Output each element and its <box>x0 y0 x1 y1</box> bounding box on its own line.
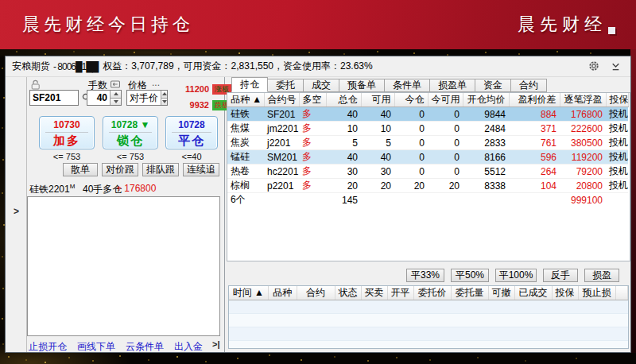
price-down-button[interactable] <box>161 98 167 106</box>
tab-8[interactable]: 合约 <box>510 79 547 92</box>
column-header[interactable]: 委托价 <box>413 286 451 300</box>
expand-panel-arrow[interactable]: > <box>14 206 19 217</box>
position-row[interactable]: 焦炭j2201多55002833761380500投机 <box>227 136 628 150</box>
cell: 10 <box>361 122 394 136</box>
action-button-4[interactable]: 反手 <box>543 269 578 282</box>
cell <box>488 300 514 314</box>
cell: 0 <box>394 150 428 165</box>
counter-price-follow-button[interactable]: 对价跟 <box>102 163 138 176</box>
lots-down-button[interactable] <box>111 98 121 106</box>
cell <box>361 341 387 350</box>
cell <box>413 327 451 341</box>
cell: 30 <box>361 165 394 179</box>
buy-add-button[interactable]: 10730 加多 <box>39 116 95 149</box>
action-button-2[interactable]: 平50% <box>451 269 489 282</box>
cell: 0 <box>394 165 428 179</box>
broker-name: 安粮期货 <box>12 60 50 73</box>
position-row[interactable]: 锰硅SM201多4040008166596119200投机 <box>227 150 628 165</box>
column-header[interactable]: 委托量 <box>451 286 488 300</box>
draw-line-order-link[interactable]: 画线下单 <box>77 340 115 354</box>
tab-2[interactable]: 委托 <box>267 79 304 92</box>
contract-input[interactable]: SF201 <box>29 90 79 106</box>
position-row[interactable]: 硅铁SF201多4040009844884176800投机 <box>227 107 628 122</box>
price-more-button[interactable]: ... <box>152 77 160 88</box>
cell: 5 <box>326 136 361 150</box>
cell: 30 <box>326 165 361 179</box>
cell: 222600 <box>560 122 606 136</box>
cell: 焦煤 <box>227 122 264 136</box>
column-header[interactable]: 总仓 <box>326 93 361 107</box>
buy-add-price: 10730 <box>45 117 88 133</box>
position-row[interactable]: 热卷hc2201多303000551226479200投机 <box>227 165 628 179</box>
column-header[interactable]: 开平 <box>387 286 413 300</box>
positions-table: 品种 ▲合约号多空总仓可用今仓今可用开仓均价盈利价差逐笔浮盈投保硅铁SF201多… <box>227 93 629 207</box>
tab-5[interactable]: 条件单 <box>384 79 430 92</box>
lots-input[interactable]: 40 <box>87 91 110 105</box>
column-header[interactable]: 开仓均价 <box>463 93 509 107</box>
stop-loss-open-link[interactable]: 止损开仓 <box>29 340 67 354</box>
column-header[interactable]: 合约号 <box>264 93 299 107</box>
lots-spinner <box>110 91 121 105</box>
tab-1[interactable]: 持仓 <box>231 77 268 92</box>
tab-7[interactable]: 资金 <box>475 79 511 92</box>
tab-3[interactable]: 成交 <box>303 79 339 92</box>
column-header[interactable]: 逐笔浮盈 <box>560 93 606 107</box>
chase-order-button[interactable]: 连续追 <box>183 163 219 176</box>
positions-header: 品种 ▲合约号多空总仓可用今仓今可用开仓均价盈利价差逐笔浮盈投保 <box>227 93 628 107</box>
action-button-1[interactable]: 平33% <box>406 269 444 282</box>
scatter-order-button[interactable]: 散单 <box>63 163 98 176</box>
price-input[interactable]: 对手价 <box>127 91 161 105</box>
logo-square-icon <box>608 27 615 34</box>
expand-right-arrow[interactable]: >| <box>212 339 220 349</box>
summary-cell <box>394 193 428 207</box>
column-header[interactable]: 时间 ▲ <box>229 286 268 300</box>
order-entry-panel: > SF201 手数 40 <box>6 77 225 352</box>
cell <box>488 341 514 350</box>
summary-cell <box>264 193 299 207</box>
queue-follow-button[interactable]: 排队跟 <box>142 163 179 176</box>
tab-6[interactable]: 损盈单 <box>429 79 475 92</box>
cell: 投机 <box>606 150 628 165</box>
position-row[interactable]: 焦煤jm2201多1010002484371222600投机 <box>227 122 628 136</box>
column-header[interactable]: 可用 <box>361 93 394 107</box>
cell <box>361 300 387 314</box>
tab-4[interactable]: 预备单 <box>339 79 385 92</box>
column-header[interactable]: 今仓 <box>394 93 428 107</box>
bottom-links: 止损开仓画线下单云条件单出入金 <box>29 340 203 354</box>
action-button-5[interactable]: 损盈 <box>584 269 619 282</box>
column-header[interactable]: 投保 <box>606 93 628 107</box>
cell: 棕榈 <box>227 179 264 193</box>
position-row[interactable]: 棕榈p2201多20202020833810420800投机 <box>227 179 628 193</box>
position-detail-list[interactable] <box>27 196 220 336</box>
column-header[interactable]: 预止损 <box>578 286 615 300</box>
column-header[interactable]: 状态 <box>335 286 361 300</box>
column-header[interactable]: 投保 <box>552 286 578 300</box>
orders-body <box>229 300 628 350</box>
column-header[interactable]: 已成交 <box>514 286 552 300</box>
desktop-background: 晨先财经今日持仓 晨先财经 安粮期货 - 8006█1██ 权益：3,707,7… <box>0 0 636 364</box>
positions-header-row: 品种 ▲合约号多空总仓可用今仓今可用开仓均价盈利价差逐笔浮盈投保 <box>227 93 628 107</box>
price-up-button[interactable] <box>161 91 167 98</box>
column-header[interactable]: 盈利价差 <box>509 93 560 107</box>
column-header[interactable]: 可撤 <box>488 286 514 300</box>
collapse-window-icon[interactable] <box>611 61 621 72</box>
limit-up-price: 11200 <box>168 84 209 94</box>
column-header[interactable]: 品种 <box>268 286 297 300</box>
column-header[interactable]: 合约 <box>297 286 335 300</box>
cash-in-out-link[interactable]: 出入金 <box>174 340 203 354</box>
settings-gear-icon[interactable] <box>588 60 599 72</box>
cell <box>229 341 268 350</box>
column-header[interactable]: 品种 ▲ <box>227 93 264 107</box>
cell: 0 <box>394 122 428 136</box>
column-header[interactable]: 买卖 <box>361 286 387 300</box>
column-header[interactable]: 今可用 <box>428 93 463 107</box>
cell: 投机 <box>606 165 628 179</box>
cloud-condition-link[interactable]: 云条件单 <box>126 340 164 354</box>
column-header[interactable]: 多空 <box>299 93 326 107</box>
close-position-button[interactable]: 10728 平仓 <box>165 116 218 149</box>
lots-up-button[interactable] <box>111 91 121 98</box>
cell: 371 <box>509 122 560 136</box>
action-button-3[interactable]: 平100% <box>495 269 537 282</box>
summary-cell: 999100 <box>560 193 606 207</box>
lock-position-button[interactable]: 10728 ▼ 锁仓 <box>103 116 158 149</box>
